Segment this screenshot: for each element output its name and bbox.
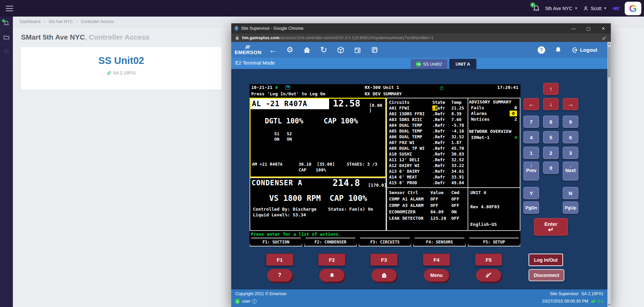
arrow-left-key[interactable]: ← — [523, 98, 539, 110]
collapse-chevrons-icon[interactable]: ⋘ — [612, 5, 619, 11]
prev-key[interactable]: : Prev — [523, 162, 539, 181]
key-5[interactable]: 5 — [543, 131, 559, 143]
alarm-pill-button[interactable] — [319, 269, 344, 282]
breadcrumb-site[interactable]: 3rd Ave NYC — [48, 19, 73, 24]
home-icon[interactable] — [298, 47, 315, 53]
f1-button[interactable]: F1 — [266, 254, 293, 266]
key-3[interactable]: 3 — [563, 147, 578, 159]
am-name: AM +21 R407A — [252, 162, 282, 167]
circuit-row: A12 DAIRY WI .Refr 33.22 — [387, 163, 468, 168]
close-button[interactable]: ✕ — [596, 23, 611, 33]
refresh-icon[interactable]: ↻ — [315, 45, 332, 55]
sensors-header: Sensor Ctrl Value Cmd — [387, 188, 468, 196]
maximize-button[interactable]: ▢ — [581, 23, 596, 33]
svg-text:A: A — [441, 88, 442, 90]
sidebar-item-alerts[interactable] — [0, 17, 13, 30]
circuit-temp: 32.52 — [451, 157, 468, 163]
function-key-tab[interactable]: F5: SETUP — [468, 238, 520, 246]
function-key-tab[interactable]: F3: CIRCUITS — [359, 238, 411, 246]
tab-ss-unit02[interactable]: SA SS Unit02 — [411, 59, 447, 69]
controller-board-icon[interactable] — [366, 46, 383, 53]
function-key-tab[interactable]: F1: SUCTION — [250, 238, 302, 246]
key-2[interactable]: 2 — [543, 147, 559, 159]
log-in-out-button[interactable]: Log In/Out — [529, 254, 563, 266]
tab-unit-a[interactable]: UNIT A — [449, 59, 476, 69]
site-selector[interactable]: 5th Ave NYC ▼ — [545, 6, 578, 11]
stairs-pill-button[interactable] — [476, 269, 501, 282]
arrow-up-key[interactable]: ↑ — [543, 83, 559, 95]
sidebar-item-watch[interactable] — [0, 44, 13, 58]
am-stages: STAGES: 3 /3 — [347, 162, 377, 167]
url-text: hm.gamsplus.com/access/c1mt.controller.r… — [242, 36, 434, 40]
page-down-key[interactable]: PgDn — [523, 202, 539, 214]
help-icon[interactable]: ? — [538, 46, 545, 54]
function-key-tab[interactable]: F4: SENSORS — [413, 238, 466, 246]
notifications-bell-icon[interactable]: 0 — [533, 5, 540, 12]
breadcrumb-dashboard[interactable]: Dashboard — [20, 19, 40, 24]
breadcrumb-controller-access[interactable]: Controller Access — [81, 19, 114, 24]
key-6[interactable]: 6 — [563, 131, 578, 143]
f3-button[interactable]: F3 — [370, 254, 398, 266]
terminal-header-row2: Press 'Log In/Out' to Log On RX DEV SUMM… — [250, 91, 520, 97]
no-key[interactable]: N — [563, 187, 578, 199]
circuit-state: .Refr — [432, 151, 451, 157]
back-button[interactable]: ← — [264, 45, 281, 55]
window-titlebar[interactable]: Site Supervisor - Google Chrome — ▢ ✕ — [231, 23, 611, 33]
f4-button[interactable]: F4 — [423, 254, 450, 266]
disconnect-button[interactable]: Disconnect — [529, 269, 564, 281]
advisory-value: 0 — [510, 111, 517, 116]
scrollbar[interactable]: ▲ ▼ — [607, 42, 611, 307]
alarm-bell-icon[interactable] — [555, 46, 562, 53]
online-status-dot — [2, 19, 5, 22]
settings-gear-icon[interactable]: ⚙ — [281, 45, 298, 54]
function-key-tab[interactable]: F2: CONDENSER — [304, 238, 357, 246]
logout-button[interactable]: Logout — [571, 47, 597, 53]
sensor-value: OFF — [430, 196, 451, 202]
sensor-cmd: OFF — [451, 202, 468, 209]
sensor-cmd: ON — [451, 209, 468, 215]
enter-key[interactable]: Enter ↵ — [534, 218, 568, 236]
scrollbar-thumb[interactable] — [608, 47, 610, 78]
circuit-row: A02 15DRS FFRI .Refr 8.39 — [387, 111, 468, 117]
yes-key[interactable]: Y — [523, 187, 539, 199]
hamburger-menu-icon[interactable] — [6, 6, 13, 11]
am-cap-value: 100% — [316, 167, 326, 172]
help-pill-button[interactable]: ? — [267, 269, 292, 282]
cube-icon[interactable] — [332, 46, 349, 54]
next-key[interactable]: . Next — [563, 162, 578, 181]
calendar-icon[interactable] — [349, 47, 366, 53]
info-icon[interactable]: i — [252, 299, 257, 304]
footer-user[interactable]: user i — [235, 299, 257, 304]
page-up-key[interactable]: PgUp — [563, 202, 578, 214]
unit-card-title[interactable]: SS Unit02 — [21, 55, 222, 66]
advisory-value: 2 — [514, 116, 517, 122]
key-icon[interactable] — [602, 36, 607, 40]
key-1[interactable]: 1 — [523, 147, 539, 159]
topbar: 0 5th Ave NYC ▼ Scott ▼ ⋘ G — [0, 0, 644, 17]
next-key-symbol: . — [570, 163, 571, 168]
terminal-unit-title: RX-300 Unit 1 — [365, 84, 399, 91]
user-menu[interactable]: Scott ▼ — [583, 6, 607, 11]
key-9[interactable]: 9 — [563, 116, 578, 128]
condenser-setpoint: [170.0] — [368, 183, 387, 188]
arrow-down-key[interactable]: ↓ — [543, 98, 559, 110]
next-key-label: Next — [565, 168, 576, 173]
arrow-right-key[interactable]: → — [563, 98, 578, 110]
url-bar[interactable]: hm.gamsplus.com/access/c1mt.controller.r… — [231, 33, 611, 42]
circuit-row: A05 DUAL TEMP .Refr -4.16 — [387, 128, 468, 134]
key-0[interactable]: 0 — [543, 162, 559, 174]
home-pill-button[interactable] — [371, 269, 396, 282]
key-8[interactable]: 8 — [543, 116, 559, 128]
sidebar-item-files[interactable] — [0, 30, 13, 44]
home-icon — [381, 273, 387, 278]
scroll-up-arrow[interactable]: ▲ — [607, 42, 611, 46]
f2-button[interactable]: F2 — [318, 254, 345, 266]
f5-button[interactable]: F5 — [475, 254, 502, 266]
circuit-state: .Refr — [432, 140, 451, 145]
menu-pill-button[interactable]: Menu — [424, 269, 449, 282]
key-7[interactable]: 7 — [523, 116, 539, 128]
minimize-button[interactable]: — — [566, 23, 581, 33]
scroll-down-arrow[interactable]: ▼ — [607, 303, 611, 307]
folder-icon — [3, 34, 9, 40]
key-4[interactable]: 4 — [523, 131, 539, 143]
